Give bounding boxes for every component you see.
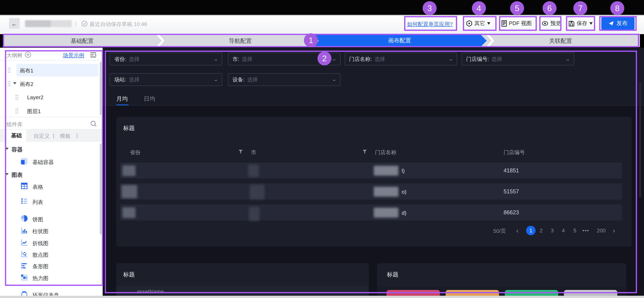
annotation-number: 5: [515, 4, 519, 13]
window-bottom-strip: [0, 296, 644, 298]
annotation-circle-6: 6: [542, 1, 556, 15]
annotation-box-save: [566, 16, 595, 31]
annotation-circle-8: 8: [610, 1, 624, 15]
annotation-circle-7: 7: [573, 1, 587, 15]
autosave-check-icon: [81, 21, 88, 27]
annotation-box-steps: [3, 34, 639, 47]
annotation-box-help: [404, 16, 457, 31]
back-button[interactable]: ←: [9, 18, 20, 29]
back-arrow-icon: ←: [11, 20, 18, 27]
annotation-circle-2: 2: [318, 51, 332, 65]
annotation-box-more: [463, 16, 496, 31]
annotation-box-preview: [539, 16, 561, 31]
app-root: ← | 最近自动保存草稿 10:46 如何配置单页应用? 其它 PDF 视图 预…: [0, 0, 644, 298]
annotation-box-publish: [599, 16, 636, 31]
title-separator: |: [75, 20, 77, 27]
annotation-box-canvas: [105, 51, 637, 293]
annotation-circle-1: 1: [304, 33, 318, 47]
annotation-number: 6: [547, 4, 552, 13]
annotation-circle-3: 3: [422, 1, 436, 15]
annotation-number: 2: [322, 54, 327, 63]
annotation-number: 4: [476, 4, 481, 13]
annotation-number: 1: [309, 36, 313, 45]
annotation-box-sidebar: [5, 50, 103, 286]
annotation-number: 7: [578, 4, 582, 13]
annotation-circle-4: 4: [472, 1, 486, 15]
annotation-circle-5: 5: [510, 1, 524, 15]
annotation-number: 3: [427, 4, 432, 13]
autosave-status: 最近自动保存草稿 10:46: [90, 21, 147, 28]
annotation-number: 8: [615, 4, 620, 13]
app-title-redacted: [25, 20, 72, 27]
annotation-box-pdf: [499, 16, 537, 31]
canvas-scrollbar[interactable]: [639, 82, 641, 197]
